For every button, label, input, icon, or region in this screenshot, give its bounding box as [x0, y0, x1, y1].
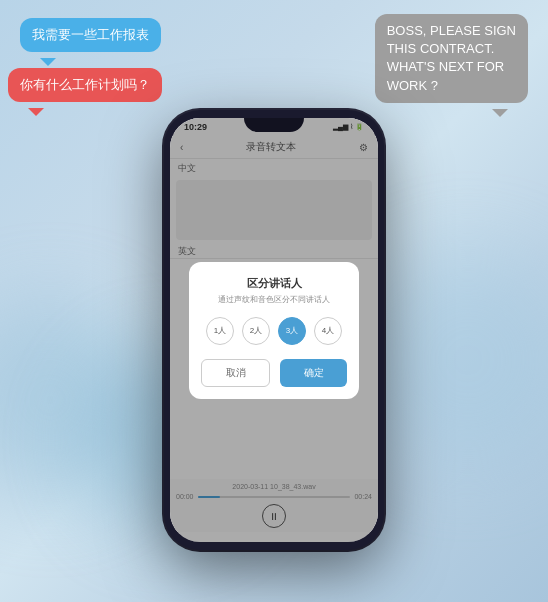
modal-subtitle: 通过声纹和音色区分不同讲话人	[201, 294, 347, 305]
speaker-option-3[interactable]: 3人	[278, 317, 306, 345]
speech-bubble-red: 你有什么工作计划吗？	[8, 68, 162, 102]
modal-overlay: 区分讲话人 通过声纹和音色区分不同讲话人 1人 2人 3人 4人	[170, 118, 378, 542]
phone-screen: 10:29 ▂▄▆ ⌇ 🔋 ‹ 录音转文本 ⚙ 中文 英文 区分讲话人 通过声纹…	[170, 118, 378, 542]
confirm-button[interactable]: 确定	[280, 359, 347, 387]
modal-buttons: 取消 确定	[201, 359, 347, 387]
speech-bubble-gray: BOSS, PLEASE SIGN THIS CONTRACT. WHAT'S …	[375, 14, 528, 103]
bubble-blue-text: 我需要一些工作报表	[32, 27, 149, 42]
cancel-button[interactable]: 取消	[201, 359, 270, 387]
speaker-option-1[interactable]: 1人	[206, 317, 234, 345]
bubble-red-text: 你有什么工作计划吗？	[20, 77, 150, 92]
speaker-dialog: 区分讲话人 通过声纹和音色区分不同讲话人 1人 2人 3人 4人	[189, 262, 359, 399]
bubble-gray-line4: WORK ?	[387, 78, 438, 93]
bubble-gray-line3: WHAT'S NEXT FOR	[387, 59, 505, 74]
speech-bubble-blue: 我需要一些工作报表	[20, 18, 161, 52]
speaker-option-4[interactable]: 4人	[314, 317, 342, 345]
bubble-gray-line2: THIS CONTRACT.	[387, 41, 495, 56]
speaker-option-2[interactable]: 2人	[242, 317, 270, 345]
phone: 10:29 ▂▄▆ ⌇ 🔋 ‹ 录音转文本 ⚙ 中文 英文 区分讲话人 通过声纹…	[164, 110, 384, 550]
bubble-gray-line1: BOSS, PLEASE SIGN	[387, 23, 516, 38]
speaker-options: 1人 2人 3人 4人	[201, 317, 347, 345]
bg-decoration-3	[358, 250, 548, 470]
modal-title: 区分讲话人	[201, 276, 347, 291]
